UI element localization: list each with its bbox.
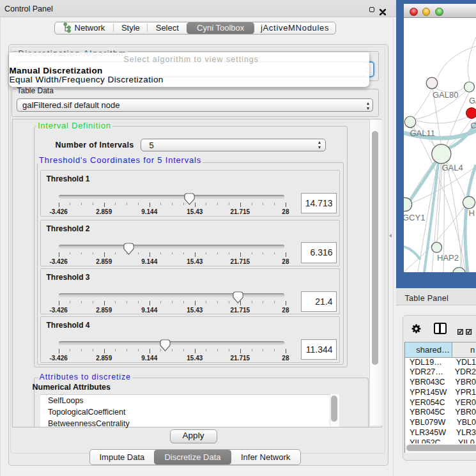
svg-text:GAL11: GAL11 [410,128,435,138]
svg-text:GA: GA [469,96,476,105]
svg-text:GCY1: GCY1 [404,212,425,222]
svg-text:HAP2: HAP2 [437,253,459,263]
svg-text:C: C [470,121,476,130]
svg-text:H: H [468,208,474,218]
svg-text:GAL80: GAL80 [433,89,458,99]
svg-text:GAL4: GAL4 [441,162,463,172]
